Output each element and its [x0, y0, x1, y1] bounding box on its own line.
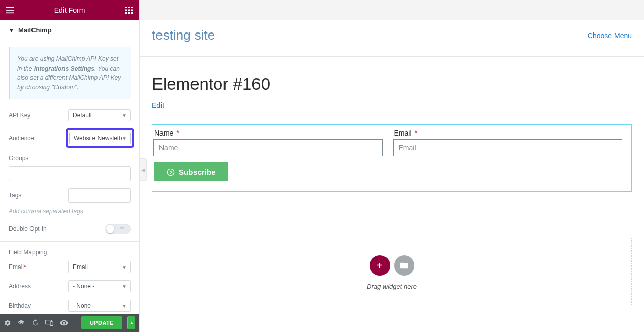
form-email-input[interactable] [393, 139, 623, 156]
toggle-off-label: NO [120, 226, 127, 230]
chevron-down-icon: ▼ [122, 136, 127, 141]
form-name-label: Name [154, 129, 173, 137]
page-title: Elementor #160 [152, 75, 632, 94]
svg-rect-13 [50, 322, 53, 325]
svg-rect-2 [6, 12, 14, 13]
history-icon[interactable] [31, 319, 39, 327]
svg-rect-3 [125, 7, 127, 8]
edit-link[interactable]: Edit [152, 101, 164, 109]
subscribe-button[interactable]: Subscribe [154, 162, 228, 181]
chevron-down-icon: ▼ [122, 113, 127, 118]
svg-rect-4 [128, 7, 130, 8]
field-mapping-heading: Field Mapping [9, 249, 131, 256]
update-button[interactable]: UPDATE [81, 316, 122, 329]
layers-icon[interactable] [18, 319, 25, 327]
subscribe-label: Subscribe [179, 168, 216, 176]
tags-input[interactable] [68, 188, 131, 203]
hamburger-icon[interactable] [4, 4, 16, 16]
svg-rect-11 [131, 12, 133, 14]
groups-label: Groups [9, 155, 131, 162]
double-optin-label: Double Opt-In [9, 225, 66, 233]
add-section-button[interactable]: + [370, 255, 390, 276]
tags-label: Tags [9, 192, 66, 199]
responsive-icon[interactable] [45, 319, 53, 327]
audience-select[interactable]: Website Newslette ▼ [69, 132, 131, 144]
template-library-button[interactable] [394, 255, 414, 276]
svg-point-14 [167, 169, 174, 175]
update-options-button[interactable]: ▲ [127, 316, 135, 329]
svg-rect-9 [125, 12, 127, 14]
section-label: MailChimp [18, 26, 52, 34]
audience-value: Website Newslette [74, 135, 122, 142]
collapse-sidebar-handle[interactable]: ◀ [140, 158, 147, 181]
main-canvas: testing site Choose Menu Elementor #160 … [140, 0, 644, 332]
svg-rect-0 [6, 7, 14, 8]
widget-dropzone[interactable]: + Drag widget here [152, 238, 632, 305]
api-key-value: Default [73, 112, 92, 119]
info-notice: You are using MailChimp API Key set in t… [9, 47, 131, 99]
chevron-down-icon: ▼ [122, 303, 127, 309]
svg-rect-6 [125, 10, 127, 11]
chevron-down-icon: ▼ [122, 264, 127, 270]
sidebar-footer: UPDATE ▲ [0, 314, 139, 332]
choose-menu-link[interactable]: Choose Menu [588, 31, 632, 40]
audience-label: Audience [9, 135, 66, 142]
settings-gear-icon[interactable] [4, 319, 11, 327]
dropzone-hint: Drag widget here [152, 283, 631, 290]
map-birthday-select[interactable]: - None - ▼ [68, 300, 131, 312]
map-birthday-label: Birthday [9, 302, 66, 309]
site-header: testing site Choose Menu [140, 20, 644, 57]
api-key-select[interactable]: Default ▼ [68, 109, 131, 121]
site-title[interactable]: testing site [152, 27, 215, 43]
svg-rect-7 [128, 10, 130, 11]
apps-grid-icon[interactable] [123, 4, 135, 16]
caret-down-icon: ▼ [9, 27, 14, 34]
groups-input[interactable] [9, 166, 131, 181]
svg-rect-8 [131, 10, 133, 11]
svg-rect-1 [6, 10, 14, 11]
section-mailchimp[interactable]: ▼ MailChimp [0, 20, 139, 40]
map-email-label: Email* [9, 263, 66, 271]
preview-eye-icon[interactable] [60, 319, 68, 327]
sidebar-title: Edit Form [16, 6, 123, 14]
map-address-select[interactable]: - None - ▼ [68, 280, 131, 292]
svg-rect-10 [128, 12, 130, 14]
sidebar: Edit Form ▼ MailChimp You are using Mail… [0, 0, 140, 332]
svg-rect-5 [131, 7, 133, 8]
required-star: * [415, 129, 417, 137]
form-widget[interactable]: Name * Email * Subscribe [152, 124, 632, 192]
admin-topbar [140, 0, 644, 20]
api-key-label: API Key [9, 112, 66, 119]
form-email-label: Email [394, 129, 412, 137]
map-address-label: Address [9, 283, 66, 290]
audience-highlight: Website Newslette ▼ [66, 128, 134, 148]
chevron-down-icon: ▼ [122, 284, 127, 289]
map-email-select[interactable]: Email ▼ [68, 261, 131, 273]
sidebar-header: Edit Form [0, 0, 139, 20]
double-optin-toggle[interactable]: NO [105, 224, 131, 234]
tags-helper: Add comma separated tags [9, 208, 131, 215]
form-name-input[interactable] [153, 139, 383, 156]
required-star: * [176, 129, 179, 137]
